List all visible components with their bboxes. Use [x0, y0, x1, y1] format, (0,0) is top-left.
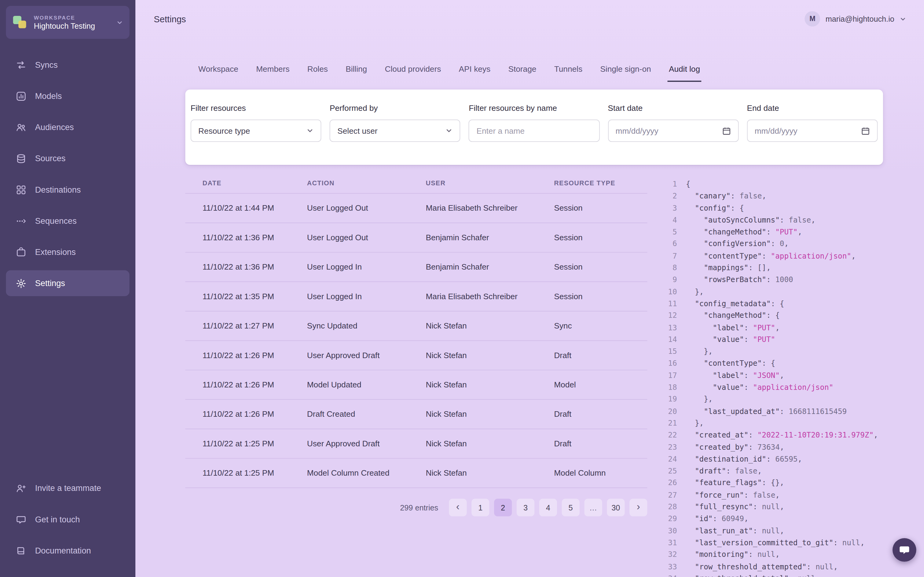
sidebar-item-invite-a-teammate[interactable]: Invite a teammate	[6, 475, 129, 501]
code-text: "row_threshold_total": null,	[686, 573, 820, 577]
line-number: 5	[662, 226, 677, 238]
table-cell: Nick Stefan	[426, 410, 554, 419]
calendar-icon	[722, 126, 731, 135]
code-text: "canary": false,	[686, 190, 766, 202]
sidebar-item-sources[interactable]: Sources	[6, 145, 129, 171]
tab-workspace[interactable]: Workspace	[197, 60, 239, 82]
table-row[interactable]: 11/10/22 at 1:44 PMUser Logged OutMaria …	[185, 193, 647, 222]
table-cell: Benjamin Schafer	[426, 263, 554, 271]
sidebar-item-extensions[interactable]: Extensions	[6, 239, 129, 265]
code-line: 33 "row_threshold_attempted": null,	[662, 561, 924, 573]
table-row[interactable]: 11/10/22 at 1:36 PMUser Logged InBenjami…	[185, 252, 647, 281]
tab-single-sign-on[interactable]: Single sign-on	[599, 60, 652, 82]
sidebar-item-syncs[interactable]: Syncs	[6, 52, 129, 78]
page-button-5[interactable]: 5	[562, 498, 579, 516]
code-line: 30 "last_run_at": null,	[662, 525, 924, 537]
line-number: 14	[662, 334, 677, 346]
page-button-4[interactable]: 4	[539, 498, 557, 516]
page-button-1[interactable]: 1	[472, 498, 489, 516]
tab-audit-log[interactable]: Audit log	[668, 60, 701, 82]
table-cell: Model Column Created	[307, 469, 426, 477]
person-plus-icon	[15, 482, 27, 494]
page-button-2[interactable]: 2	[494, 498, 512, 516]
resource-type-select[interactable]: Resource type	[191, 119, 321, 142]
table-row[interactable]: 11/10/22 at 1:35 PMUser Logged InMaria E…	[185, 282, 647, 311]
tab-tunnels[interactable]: Tunnels	[553, 60, 584, 82]
performed-by-select[interactable]: Select user	[330, 119, 460, 142]
tab-api-keys[interactable]: API keys	[458, 60, 492, 82]
line-number: 1	[662, 178, 677, 190]
next-page-button[interactable]: ›	[630, 498, 647, 516]
line-number: 28	[662, 501, 677, 513]
code-line: 24 "destination_id": 66595,	[662, 453, 924, 465]
tab-storage[interactable]: Storage	[507, 60, 538, 82]
page-button-3[interactable]: 3	[517, 498, 535, 516]
audit-log-detail-json[interactable]: 1{2 "canary": false,3 "config": {4 "auto…	[662, 178, 924, 577]
name-filter-input[interactable]	[469, 119, 599, 142]
sidebar-item-get-in-touch[interactable]: Get in touch	[6, 506, 129, 532]
line-number: 34	[662, 573, 677, 577]
code-text: "created_at": "2022-11-10T20:19:31.979Z"…	[686, 429, 878, 441]
workspace-meta: WORKSPACE Hightouch Testing	[34, 15, 116, 30]
table-row[interactable]: 11/10/22 at 1:25 PMModel Column CreatedN…	[185, 458, 647, 487]
table-row[interactable]: 11/10/22 at 1:26 PMDraft CreatedNick Ste…	[185, 399, 647, 429]
table-cell: Model	[554, 380, 647, 389]
code-text: "full_resync": null,	[686, 501, 784, 513]
line-number: 6	[662, 238, 677, 250]
field-label: Filter resources	[191, 103, 321, 112]
table-cell: Nick Stefan	[426, 469, 554, 477]
table-cell: Maria Elisabeth Schreiber	[426, 204, 554, 213]
table-cell: Model Column	[554, 469, 647, 477]
code-line: 9 "rowsPerBatch": 1000	[662, 274, 924, 286]
line-number: 18	[662, 382, 677, 393]
code-text: "value": "application/json"	[686, 382, 834, 393]
code-line: 1{	[662, 178, 924, 190]
table-cell: User Approved Draft	[307, 439, 426, 448]
table-row[interactable]: 11/10/22 at 1:27 PMSync UpdatedNick Stef…	[185, 311, 647, 340]
page-ellipsis: …	[584, 498, 602, 516]
code-text: "id": 60949,	[686, 513, 749, 525]
start-date-input[interactable]: mm/dd/yyyy	[608, 119, 738, 142]
sidebar-item-settings[interactable]: Settings	[6, 270, 129, 296]
tab-members[interactable]: Members	[255, 60, 291, 82]
sidebar-item-audiences[interactable]: Audiences	[6, 114, 129, 140]
code-text: "contentType": {	[686, 358, 775, 370]
tab-roles[interactable]: Roles	[306, 60, 329, 82]
line-number: 25	[662, 465, 677, 477]
code-line: 22 "created_at": "2022-11-10T20:19:31.97…	[662, 429, 924, 441]
sidebar-item-sequences[interactable]: Sequences	[6, 208, 129, 234]
sidebar-item-destinations[interactable]: Destinations	[6, 177, 129, 203]
sidebar-item-documentation[interactable]: Documentation	[6, 538, 129, 564]
end-date-input[interactable]: mm/dd/yyyy	[747, 119, 877, 142]
user-email: maria@hightouch.io	[825, 15, 894, 23]
code-line: 21 },	[662, 417, 924, 429]
prev-page-button[interactable]: ‹	[449, 498, 467, 516]
select-value: Resource type	[198, 126, 307, 135]
line-number: 7	[662, 250, 677, 262]
code-line: 28 "full_resync": null,	[662, 501, 924, 513]
code-text: "feature_flags": {},	[686, 477, 784, 489]
workspace-selector[interactable]: WORKSPACE Hightouch Testing	[6, 6, 129, 39]
code-text: "autoSyncColumns": false,	[686, 214, 816, 226]
line-number: 27	[662, 489, 677, 501]
code-line: 7 "contentType": "application/json",	[662, 250, 924, 262]
tab-cloud-providers[interactable]: Cloud providers	[384, 60, 443, 82]
table-row[interactable]: 11/10/22 at 1:36 PMUser Logged OutBenjam…	[185, 222, 647, 252]
pagination: 299 entries ‹12345…30›	[185, 498, 647, 516]
table-row[interactable]: 11/10/22 at 1:25 PMUser Approved DraftNi…	[185, 429, 647, 458]
hightouch-logo-icon	[13, 15, 28, 30]
chat-launcher-button[interactable]	[893, 538, 916, 562]
user-menu[interactable]: M maria@hightouch.io	[805, 11, 906, 27]
table-row[interactable]: 11/10/22 at 1:26 PMUser Approved DraftNi…	[185, 340, 647, 370]
entries-count: 299 entries	[400, 503, 438, 512]
code-line: 23 "created_by": 73634,	[662, 442, 924, 453]
code-text: "monitoring": null,	[686, 549, 780, 561]
tab-billing[interactable]: Billing	[344, 60, 368, 82]
table-row[interactable]: 11/10/22 at 1:26 PMModel UpdatedNick Ste…	[185, 370, 647, 399]
sidebar-item-models[interactable]: Models	[6, 83, 129, 109]
code-text: "config": {	[686, 202, 744, 214]
chat-bubble-icon	[15, 514, 27, 525]
page-button-30[interactable]: 30	[607, 498, 625, 516]
sidebar-item-label: Settings	[35, 279, 65, 288]
table-cell: 11/10/22 at 1:25 PM	[203, 469, 307, 477]
